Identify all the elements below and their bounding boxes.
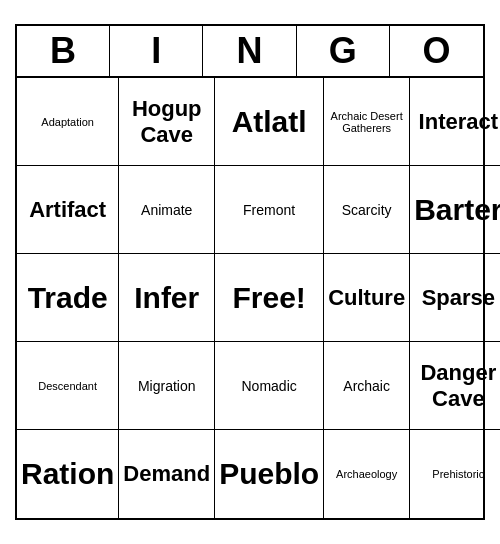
cell-text: Descendant: [38, 380, 97, 392]
bingo-cell: Pueblo: [215, 430, 324, 518]
cell-text: Prehistoric: [432, 468, 484, 480]
cell-text: Archaic Desert Gatherers: [328, 110, 405, 134]
bingo-cell: Danger Cave: [410, 342, 500, 430]
cell-text: Trade: [28, 281, 108, 315]
bingo-cell: Animate: [119, 166, 215, 254]
cell-text: Demand: [123, 461, 210, 487]
cell-text: Nomadic: [242, 378, 297, 394]
bingo-cell: Archaic: [324, 342, 410, 430]
bingo-cell: Trade: [17, 254, 119, 342]
cell-text: Free!: [232, 281, 305, 315]
bingo-cell: Migration: [119, 342, 215, 430]
cell-text: Hogup Cave: [123, 96, 210, 148]
cell-text: Danger Cave: [414, 360, 500, 412]
bingo-cell: Demand: [119, 430, 215, 518]
bingo-cell: Prehistoric: [410, 430, 500, 518]
bingo-cell: Archaic Desert Gatherers: [324, 78, 410, 166]
bingo-cell: Ration: [17, 430, 119, 518]
header-letter: B: [17, 26, 110, 76]
bingo-cell: Culture: [324, 254, 410, 342]
bingo-cell: Sparse: [410, 254, 500, 342]
bingo-cell: Atlatl: [215, 78, 324, 166]
cell-text: Archaeology: [336, 468, 397, 480]
bingo-cell: Adaptation: [17, 78, 119, 166]
cell-text: Atlatl: [232, 105, 307, 139]
header-letter: N: [203, 26, 296, 76]
bingo-card: BINGO AdaptationHogup CaveAtlatlArchaic …: [15, 24, 485, 520]
cell-text: Archaic: [343, 378, 390, 394]
bingo-cell: Hogup Cave: [119, 78, 215, 166]
cell-text: Culture: [328, 285, 405, 311]
cell-text: Pueblo: [219, 457, 319, 491]
cell-text: Migration: [138, 378, 196, 394]
header-letter: O: [390, 26, 483, 76]
header-letter: G: [297, 26, 390, 76]
cell-text: Artifact: [29, 197, 106, 223]
cell-text: Infer: [134, 281, 199, 315]
bingo-cell: Descendant: [17, 342, 119, 430]
bingo-cell: Interact: [410, 78, 500, 166]
bingo-cell: Infer: [119, 254, 215, 342]
cell-text: Adaptation: [41, 116, 94, 128]
cell-text: Fremont: [243, 202, 295, 218]
bingo-cell: Nomadic: [215, 342, 324, 430]
bingo-cell: Free!: [215, 254, 324, 342]
bingo-cell: Archaeology: [324, 430, 410, 518]
header-letter: I: [110, 26, 203, 76]
bingo-grid: AdaptationHogup CaveAtlatlArchaic Desert…: [17, 78, 483, 518]
bingo-header: BINGO: [17, 26, 483, 78]
cell-text: Scarcity: [342, 202, 392, 218]
bingo-cell: Scarcity: [324, 166, 410, 254]
cell-text: Sparse: [422, 285, 495, 311]
bingo-cell: Fremont: [215, 166, 324, 254]
cell-text: Barter: [414, 193, 500, 227]
cell-text: Animate: [141, 202, 192, 218]
cell-text: Interact: [419, 109, 498, 135]
cell-text: Ration: [21, 457, 114, 491]
bingo-cell: Artifact: [17, 166, 119, 254]
bingo-cell: Barter: [410, 166, 500, 254]
